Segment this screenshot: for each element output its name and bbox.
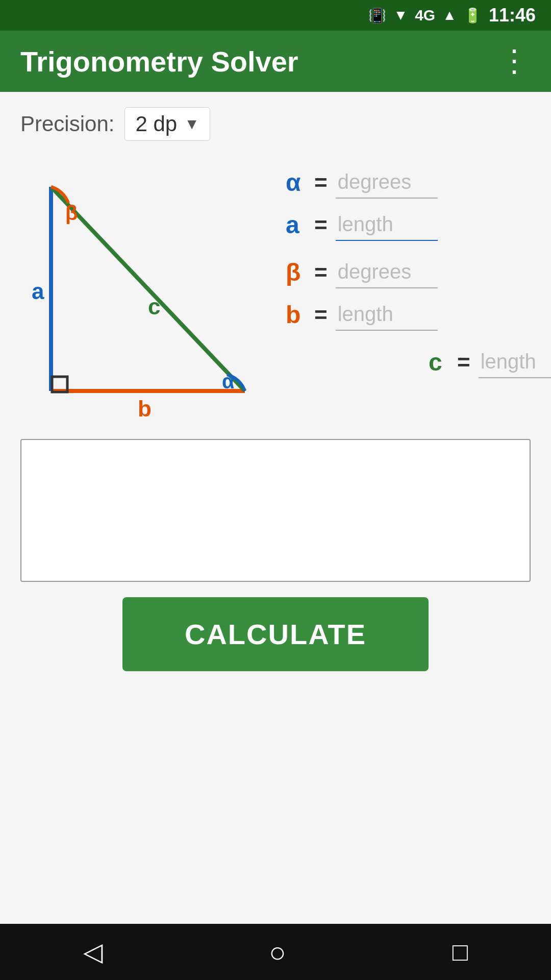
precision-label: Precision: [20, 112, 114, 136]
signal-bars-icon: ▲ [442, 7, 457, 23]
c-input-row: c = [429, 346, 551, 378]
beta-label: β [286, 258, 306, 286]
alpha-equals: = [314, 170, 328, 195]
alpha-input[interactable] [336, 166, 438, 199]
precision-value: 2 dp [135, 112, 177, 136]
home-button[interactable]: ○ [269, 936, 286, 969]
a-input-row: a = [286, 209, 438, 241]
wifi-icon: ▼ [393, 7, 408, 23]
beta-equals: = [314, 260, 328, 285]
svg-text:c: c [148, 294, 160, 319]
beta-input[interactable] [336, 256, 438, 288]
svg-line-2 [51, 187, 245, 391]
app-title: Trigonometry Solver [20, 45, 298, 78]
triangle-diagram: α β a b c [20, 156, 276, 424]
svg-text:β: β [65, 202, 78, 224]
svg-text:a: a [32, 279, 44, 304]
c-equals: = [457, 350, 470, 375]
main-area: α β a b c α = [20, 156, 531, 424]
alpha-label: α [286, 168, 306, 197]
a-input[interactable] [336, 209, 438, 241]
nav-bar: ◁ ○ □ [0, 924, 551, 980]
alpha-input-row: α = [286, 166, 438, 199]
signal-4g-icon: 4G [415, 7, 435, 24]
vibrate-icon: 📳 [368, 7, 386, 24]
status-icons: 📳 ▼ 4G ▲ 🔋 11:46 [368, 5, 536, 26]
main-content: Precision: 2 dp ▼ α [0, 92, 551, 924]
c-label: c [429, 348, 449, 376]
status-bar: 📳 ▼ 4G ▲ 🔋 11:46 [0, 0, 551, 31]
inputs-panel: α = a = β = b = [286, 156, 551, 378]
a-equals: = [314, 212, 328, 238]
b-label: b [286, 301, 306, 329]
b-input-row: b = [286, 299, 438, 331]
app-bar: Trigonometry Solver ⋮ [0, 31, 551, 92]
precision-row: Precision: 2 dp ▼ [20, 107, 531, 141]
svg-text:α: α [222, 370, 235, 393]
svg-text:b: b [138, 396, 152, 421]
dropdown-arrow-icon: ▼ [184, 115, 199, 133]
precision-dropdown[interactable]: 2 dp ▼ [124, 107, 210, 141]
back-button[interactable]: ◁ [83, 937, 103, 967]
calculate-button[interactable]: CALCULATE [122, 597, 429, 671]
battery-icon: 🔋 [464, 7, 482, 24]
overflow-menu-icon[interactable]: ⋮ [499, 54, 531, 69]
c-input[interactable] [479, 346, 551, 378]
clock: 11:46 [489, 5, 536, 26]
b-input[interactable] [336, 299, 438, 331]
a-label: a [286, 211, 306, 239]
recent-apps-button[interactable]: □ [453, 937, 468, 967]
results-box [20, 439, 531, 582]
b-equals: = [314, 302, 328, 328]
beta-input-row: β = [286, 256, 438, 288]
